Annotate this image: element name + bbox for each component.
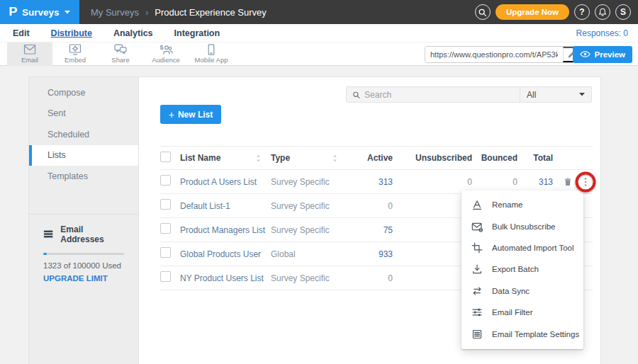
delete-list-button[interactable] [563, 176, 573, 188]
menu-item-email-template-settings[interactable]: Email Template Settings [461, 323, 583, 344]
toolbar-item-label: Audience [152, 56, 180, 64]
cell-active: 75 [347, 225, 393, 235]
bulk-unsubscribe-icon [471, 221, 483, 232]
survey-nav: EditDistributeAnalyticsIntegration Respo… [0, 24, 638, 42]
row-checkbox[interactable] [160, 247, 171, 258]
account-avatar[interactable]: S [615, 4, 631, 20]
table-header-row: List NameTypeActiveUnsubscribedBouncedTo… [160, 146, 593, 170]
email-icon [22, 44, 38, 55]
cell-total: 313 [517, 177, 553, 187]
menu-item-automated-import-tool[interactable]: Automated Import Tool [461, 237, 583, 258]
menu-item-export-batch[interactable]: Export Batch [461, 258, 583, 280]
sidebar-item-lists[interactable]: Lists [29, 145, 138, 166]
sidebar-item-templates[interactable]: Templates [29, 166, 138, 187]
breadcrumb-separator: › [145, 7, 148, 18]
toolbar-item-audience[interactable]: $Audience [143, 42, 189, 66]
list-type: Global [271, 249, 347, 259]
responses-count[interactable]: Responses: 0 [576, 28, 628, 38]
menu-item-rename[interactable]: Rename [461, 194, 583, 215]
row-checkbox[interactable] [160, 223, 171, 234]
cell-active: 313 [347, 177, 393, 187]
upgrade-limit-link[interactable]: UPGRADE LIMIT [43, 274, 125, 283]
select-all-checkbox[interactable] [160, 152, 171, 162]
column-header-type[interactable]: Type [271, 153, 347, 163]
column-label: Active [367, 153, 393, 163]
email-addresses-title: Email Addresses [60, 224, 125, 244]
row-checkbox[interactable] [160, 199, 171, 210]
toolbar-item-label: Embed [65, 56, 86, 64]
row-checkbox[interactable] [160, 271, 171, 282]
list-name-link[interactable]: Default List-1 [180, 201, 230, 211]
plus-icon: + [169, 109, 174, 120]
cell-unsubscribed: 0 [393, 225, 472, 235]
column-header-total: Total [517, 153, 553, 163]
sidebar-item-sent[interactable]: Sent [29, 103, 138, 125]
preview-button[interactable]: Preview [573, 46, 632, 63]
cell-active: 933 [347, 249, 393, 259]
column-label: Total [533, 153, 553, 163]
list-name-link[interactable]: Product A Users List [180, 177, 257, 187]
cell-active: 0 [347, 273, 393, 283]
upgrade-now-button[interactable]: Upgrade Now [496, 4, 569, 20]
product-name: Surveys [22, 7, 60, 18]
notifications-button[interactable] [595, 4, 610, 20]
sidebar-item-scheduled[interactable]: Scheduled [29, 124, 138, 145]
usage-text: 1323 of 100000 Used [43, 261, 125, 270]
cell-unsubscribed: 0 [393, 201, 472, 211]
trash-icon [563, 176, 573, 188]
column-label: Bounced [481, 153, 517, 163]
list-actions-menu: RenameBulk UnsubscribeAutomated Import T… [461, 190, 583, 349]
menu-item-bulk-unsubscribe[interactable]: Bulk Unsubscribe [461, 215, 583, 237]
toolbar-item-mobile-app[interactable]: Mobile App [189, 42, 234, 66]
menu-item-label: Email Filter [492, 308, 533, 317]
cell-unsubscribed: 0 [393, 273, 472, 283]
menu-item-data-sync[interactable]: Data Sync [461, 280, 583, 302]
chevron-down-icon [65, 11, 70, 14]
toolbar-item-embed[interactable]: Embed [52, 42, 98, 66]
row-checkbox[interactable] [160, 175, 171, 186]
cell-unsubscribed: 0 [393, 249, 472, 259]
list-name-link[interactable]: NY Product Users List [180, 273, 264, 283]
column-header-bounced: Bounced [472, 153, 517, 163]
sidebar-item-compose[interactable]: Compose [29, 82, 138, 103]
list-type: Survey Specific [271, 273, 347, 283]
survey-url-input[interactable] [425, 47, 563, 62]
cell-active: 0 [347, 201, 393, 211]
menu-item-label: Data Sync [492, 287, 530, 295]
column-header-list-name[interactable]: List Name [180, 153, 271, 163]
new-list-label: New List [178, 110, 213, 120]
toolbar-item-share[interactable]: Share [98, 42, 143, 66]
email-sidebar: ComposeSentScheduledListsTemplates Email… [29, 77, 139, 364]
tab-integration[interactable]: Integration [174, 28, 220, 38]
list-search-input[interactable] [364, 90, 515, 100]
product-switcher[interactable]: P Surveys [0, 0, 79, 24]
global-search-button[interactable] [475, 4, 491, 20]
list-type: Survey Specific [271, 177, 347, 187]
distribute-toolbar: EmailEmbedShare$AudienceMobile App Previ… [0, 42, 638, 66]
menu-item-label: Rename [492, 200, 522, 209]
toolbar-item-label: Email [21, 56, 38, 64]
survey-url-field [425, 46, 581, 63]
menu-item-email-filter[interactable]: Email Filter [461, 302, 583, 323]
menu-item-label: Email Template Settings [492, 330, 579, 339]
list-type-filter[interactable]: All [520, 86, 592, 103]
list-stack-icon [43, 229, 53, 239]
sort-icon [256, 154, 261, 162]
search-icon [352, 91, 360, 99]
list-name-link[interactable]: Global Products User [180, 249, 261, 259]
bell-icon [598, 8, 607, 17]
column-label: Unsubscribed [415, 153, 472, 163]
tab-analytics[interactable]: Analytics [113, 28, 153, 38]
sort-icon [332, 154, 337, 162]
toolbar-item-email[interactable]: Email [7, 42, 52, 66]
list-name-link[interactable]: Product Managers List [180, 225, 265, 235]
automated-import-tool-icon [471, 242, 483, 254]
row-actions-menu-button[interactable] [580, 176, 591, 188]
tab-distribute[interactable]: Distribute [51, 28, 92, 38]
new-list-button[interactable]: + New List [160, 105, 221, 124]
breadcrumb-my-surveys[interactable]: My Surveys [91, 7, 139, 18]
eye-icon [580, 50, 591, 58]
column-label: List Name [180, 153, 220, 163]
help-button[interactable]: ? [574, 4, 590, 20]
tab-edit[interactable]: Edit [13, 28, 30, 38]
